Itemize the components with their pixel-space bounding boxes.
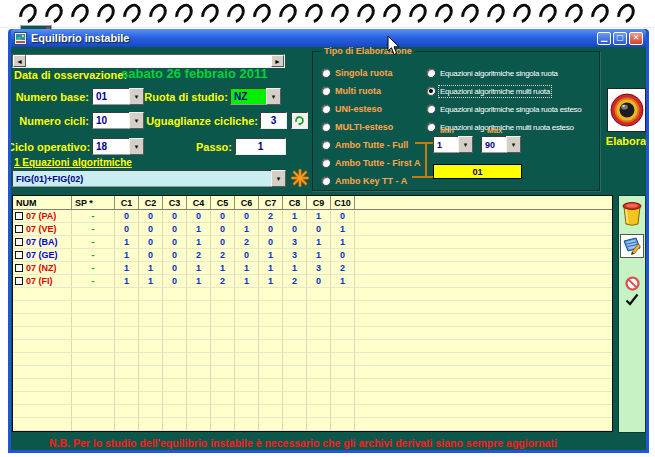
- spiral-ring-icon: [614, 0, 639, 26]
- table-cell: 1: [331, 223, 355, 236]
- row-number-label: 07 (FI): [26, 276, 53, 286]
- ciclo-operativo-select[interactable]: 18 ▼: [92, 138, 144, 155]
- block-button[interactable]: [619, 276, 645, 291]
- radio-option-ambo-tutte-full[interactable]: Ambo Tutte - Full: [321, 136, 421, 154]
- table-cell: 07 (FI): [13, 275, 72, 288]
- radio-icon[interactable]: [426, 86, 436, 96]
- titlebar[interactable]: Equilibrio instabile ▁ ▢ ✕: [11, 29, 646, 47]
- table-cell: 0: [163, 210, 187, 223]
- table-cell: [259, 301, 283, 314]
- table-cell: [259, 353, 283, 366]
- maximize-button[interactable]: ▢: [613, 32, 627, 45]
- radio-icon[interactable]: [321, 86, 331, 96]
- notes-button[interactable]: [619, 234, 645, 258]
- chevron-down-icon[interactable]: ▼: [271, 170, 286, 187]
- radio-icon[interactable]: [321, 122, 331, 132]
- row-checkbox[interactable]: [15, 264, 23, 272]
- row-checkbox[interactable]: [15, 212, 23, 220]
- table-row[interactable]: 07 (BA)-1001020311: [13, 236, 612, 249]
- radio-option-equazioni-algoritmiche-multi-ruota[interactable]: Equazioni algoritmiche multi ruota: [426, 82, 581, 100]
- empty-table-row: [13, 314, 612, 327]
- ambo-key-value-box[interactable]: 01: [433, 164, 522, 179]
- group-legend: Tipo di Elaborazione: [321, 47, 415, 56]
- table-row[interactable]: 07 (FI)-1101211201: [13, 275, 612, 288]
- chevron-down-icon[interactable]: ▼: [266, 88, 281, 105]
- chevron-down-icon[interactable]: ▼: [458, 136, 473, 153]
- radio-option-ambo-tutte-first-a[interactable]: Ambo Tutte - First A: [321, 154, 421, 172]
- table-cell: [115, 392, 139, 405]
- elabora-label: Elabora: [598, 135, 646, 147]
- table-cell: 2: [283, 275, 307, 288]
- row-checkbox[interactable]: [15, 225, 23, 233]
- close-button[interactable]: ✕: [629, 32, 643, 45]
- table-cell: [235, 366, 259, 379]
- row-checkbox[interactable]: [15, 251, 23, 259]
- table-cell: 1: [283, 262, 307, 275]
- table-row[interactable]: 07 (VE)-0001010001: [13, 223, 612, 236]
- table-cell: [355, 288, 612, 301]
- scroll-right-icon[interactable]: ►: [271, 55, 284, 67]
- max-select[interactable]: 90 ▼: [481, 136, 521, 153]
- table-cell: [163, 366, 187, 379]
- empty-table-row: [13, 405, 612, 418]
- table-cell: [235, 288, 259, 301]
- table-cell: [307, 405, 331, 418]
- radio-option-equazioni-algoritmiche-singola-ruota-esteso[interactable]: Equazioni algoritmiche singola ruota est…: [426, 100, 581, 118]
- table-cell: [187, 418, 211, 431]
- table-cell: [13, 340, 72, 353]
- radio-option-ambo-key-tt-a[interactable]: Ambo Key TT - A: [321, 172, 421, 190]
- scroll-left-icon[interactable]: ◄: [13, 55, 26, 67]
- row-checkbox[interactable]: [15, 238, 23, 246]
- passo-input[interactable]: 1: [235, 138, 286, 155]
- radio-icon[interactable]: [426, 104, 436, 114]
- table-cell: 0: [331, 249, 355, 262]
- radio-icon[interactable]: [321, 158, 331, 168]
- radio-option-multi-esteso[interactable]: MULTI-esteso: [321, 118, 421, 136]
- spiral-ring-icon: [354, 0, 379, 26]
- radio-icon[interactable]: [321, 104, 331, 114]
- radio-icon[interactable]: [426, 68, 436, 78]
- radio-icon[interactable]: [321, 68, 331, 78]
- table-cell: [235, 379, 259, 392]
- confirm-button[interactable]: [619, 293, 645, 306]
- table-cell: [235, 340, 259, 353]
- table-cell: 1: [187, 275, 211, 288]
- table-row[interactable]: 07 (NZ)-1101111132: [13, 262, 612, 275]
- table-cell: [331, 405, 355, 418]
- table-cell: [187, 314, 211, 327]
- radio-option-singola-ruota[interactable]: Singola ruota: [321, 64, 421, 82]
- table-cell: [13, 314, 72, 327]
- table-cell: [187, 379, 211, 392]
- table-row[interactable]: 07 (GE)-1002201310: [13, 249, 612, 262]
- equazioni-value: FIG(01)+FIG(02): [12, 170, 271, 187]
- radio-option-multi-ruota[interactable]: Multi ruota: [321, 82, 421, 100]
- table-cell: [163, 353, 187, 366]
- uguaglianze-input[interactable]: 3: [260, 112, 287, 129]
- refresh-button[interactable]: [291, 112, 308, 129]
- row-checkbox[interactable]: [15, 277, 23, 285]
- radio-option-uni-esteso[interactable]: UNI-esteso: [321, 100, 421, 118]
- snowflake-icon[interactable]: [291, 169, 309, 187]
- equazioni-select[interactable]: FIG(01)+FIG(02) ▼: [12, 170, 286, 187]
- spiral-ring-icon: [432, 0, 457, 26]
- spiral-ring-icon: [94, 0, 119, 26]
- radio-icon[interactable]: [321, 176, 331, 186]
- results-table[interactable]: NUMSP *C1C2C3C4C5C6C7C8C9C10 07 (PA)-000…: [12, 195, 613, 432]
- radio-option-equazioni-algoritmiche-singola-ruota[interactable]: Equazioni algoritmiche singola ruota: [426, 64, 581, 82]
- radio-icon[interactable]: [426, 122, 436, 132]
- spiral-ring-icon: [536, 0, 561, 26]
- elabora-button[interactable]: [607, 88, 646, 132]
- radio-icon[interactable]: [321, 140, 331, 150]
- table-row[interactable]: 07 (PA)-0000002110: [13, 210, 612, 223]
- table-cell: 07 (VE): [13, 223, 72, 236]
- table-cell: [259, 366, 283, 379]
- table-cell: 1: [283, 210, 307, 223]
- trash-button[interactable]: [619, 200, 645, 226]
- min-select[interactable]: 1 ▼: [433, 136, 473, 153]
- table-cell: [355, 275, 612, 288]
- ruota-studio-select[interactable]: NZ ▼: [230, 88, 281, 105]
- minimize-button[interactable]: ▁: [597, 32, 611, 45]
- chevron-down-icon[interactable]: ▼: [506, 136, 521, 153]
- radio-label: Equazioni algoritmiche singola ruota: [440, 69, 558, 78]
- chevron-down-icon[interactable]: ▼: [129, 138, 144, 155]
